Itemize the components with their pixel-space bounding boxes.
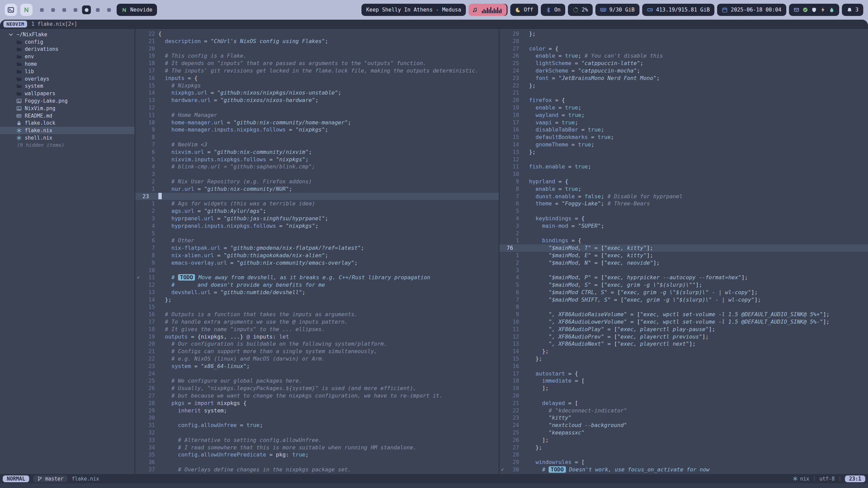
code-line[interactable]: 7 "$mainMod SHIFT, S" = ["exec, grim -g … [499, 296, 868, 304]
tab-flake-nix[interactable]: 1 flake.nix[2+] [31, 21, 77, 27]
code-line[interactable]: 28 [499, 38, 868, 45]
drop-tray-icon[interactable] [829, 7, 834, 13]
code-line[interactable]: 23 system = "x86_64-linux"; [135, 363, 499, 370]
tree-item-flake.nix[interactable]: flake.nix [0, 127, 135, 134]
code-line[interactable]: 18 wayland = true; [499, 111, 868, 119]
code-line[interactable]: 9 emacs-overlay.url = "github:nix-commun… [135, 259, 499, 267]
bluetooth-module[interactable]: On [541, 4, 566, 16]
tree-item-NixVim.png[interactable]: NixVim.png [0, 105, 135, 112]
tree-item-system[interactable]: system [0, 83, 135, 90]
code-line[interactable]: 12 # and doesn't provide any benefits fo… [135, 281, 499, 289]
code-line[interactable]: 13 devshell.url = "github:numtide/devshe… [135, 289, 499, 296]
code-line[interactable]: 28 [499, 451, 868, 459]
code-line[interactable]: 15 }; [499, 355, 868, 363]
code-line[interactable]: 22 # e.g. NixOS (linux) and MacOS (darwi… [135, 355, 499, 363]
code-line[interactable]: 19 ]; [499, 385, 868, 392]
shield-tray-icon[interactable] [811, 7, 817, 13]
code-line[interactable]: 22{ [135, 30, 499, 38]
code-line[interactable]: 24 "nextcloud --background" [499, 422, 868, 429]
code-line[interactable]: 23 "kitty" [499, 414, 868, 422]
code-line[interactable]: 25 lightScheme = "catppuccin-latte"; [499, 60, 868, 67]
cpu-module[interactable]: 2% [568, 4, 593, 16]
code-line[interactable]: 76 "$mainMod, T" = ["exec, kitty"]; [499, 244, 868, 252]
disk-module[interactable]: 413.19/915.81 GiB [642, 4, 715, 16]
tree-item-wallpapers[interactable]: wallpapers [0, 90, 135, 97]
code-line[interactable]: 19 enable = true; [499, 104, 868, 111]
code-line[interactable]: 33 # Alternative to setting config.allow… [135, 436, 499, 444]
code-line[interactable]: 11 fish.enable = true; [499, 163, 868, 170]
code-line[interactable]: 8 [135, 134, 499, 141]
code-line[interactable]: 7 # NeoVim <3 [135, 141, 499, 148]
code-line[interactable]: 17 # The inputs' git revisions get locke… [135, 67, 499, 75]
tree-item-env[interactable]: env [0, 53, 135, 60]
workspace-2[interactable] [48, 5, 57, 14]
code-line[interactable]: 5 "$mainMod, S" = ["exec, grim -g \"$(sl… [499, 281, 868, 289]
code-line[interactable]: 6 "$mainMod CTRL, S" = ["exec, grim -g \… [499, 289, 868, 296]
code-line[interactable]: 26 enable = true; # You can't disable th… [499, 52, 868, 60]
code-line[interactable]: 8 nix-alien.url = "github:thiagokokada/n… [135, 252, 499, 259]
code-line[interactable]: 24 darkScheme = "catppuccin-mocha"; [499, 67, 868, 75]
code-line[interactable]: 27 }; [499, 444, 868, 451]
code-line[interactable]: 36 [135, 459, 499, 466]
workspace-3[interactable] [60, 5, 68, 14]
media-title-chip[interactable]: Keep Shelly In Athens - Medusa [361, 4, 466, 16]
code-line[interactable]: 5 [135, 230, 499, 237]
code-line[interactable]: 2 [499, 230, 868, 237]
code-line[interactable]: 7 nix-flatpak.url = "github:gmodena/nix-… [135, 244, 499, 252]
code-line[interactable]: 13 ", XF86AudioNext" = ["exec, playerctl… [499, 340, 868, 348]
code-line[interactable]: 25 "keepassxc" [499, 429, 868, 436]
code-line[interactable]: 1 bindings = { [499, 237, 868, 244]
code-line[interactable]: 22 }; [499, 82, 868, 89]
code-line[interactable]: 23 [135, 193, 499, 200]
tree-item-lib[interactable]: lib [0, 68, 135, 75]
code-line[interactable]: 2 ags.url = "github:Aylur/ags"; [135, 207, 499, 215]
code-line[interactable]: 16 disableTabBar = true; [499, 126, 868, 134]
code-line[interactable]: 4 keybindings = { [499, 215, 868, 222]
code-line[interactable]: 15 defaultBookmarks = true; [499, 134, 868, 141]
code-line[interactable]: 20 # Our configuration is buildable on t… [135, 340, 499, 348]
code-line[interactable]: 28 pkgs = import nixpkgs { [135, 400, 499, 407]
code-line[interactable]: 15 # Nixpkgs [135, 82, 499, 89]
code-line[interactable]: 2 # Nix User Repository (e.g. Firefox ad… [135, 178, 499, 185]
code-line[interactable]: 14 gnomeTheme = true; [499, 141, 868, 148]
code-line[interactable]: 10 [499, 170, 868, 178]
code-line[interactable]: 4 "$mainMod, P" = ["exec, hyprpicker --a… [499, 274, 868, 281]
bolt-tray-icon[interactable] [820, 7, 826, 13]
code-line[interactable]: 6 theme = "Foggy-Lake"; # Three-Bears [499, 200, 868, 207]
editor-pane-right[interactable]: 29 };2827 color = {26 enable = true; # Y… [499, 29, 868, 474]
code-line[interactable]: 14 }; [135, 296, 499, 304]
code-line[interactable]: 19 outputs = {nixpkgs, ...} @ inputs: le… [135, 333, 499, 341]
tree-item-Foggy-Lake.png[interactable]: Foggy-Lake.png [0, 97, 135, 105]
code-line[interactable]: 21 delayed = [ [499, 400, 868, 407]
code-line[interactable]: 18 immediate = [ [499, 377, 868, 385]
tree-item-README.md[interactable]: README.md [0, 112, 135, 120]
code-line[interactable]: 10 ", XF86AudioLowerVolume" = ["exec, wp… [499, 318, 868, 326]
code-line[interactable]: 17 # To handle extra arguments we use th… [135, 318, 499, 326]
code-line[interactable]: 26 ]; [499, 436, 868, 444]
code-line[interactable]: 23 font = "JetBrainsMono Nerd Font Mono"… [499, 75, 868, 82]
code-line[interactable]: 35 config.allowUnfreePredicate = pkg: tr… [135, 451, 499, 459]
code-line[interactable]: 21 description = "ChUrl's NixOS config u… [135, 38, 499, 45]
code-line[interactable]: 14 nixpkgs.url = "github:nixos/nixpkgs/n… [135, 89, 499, 97]
code-line[interactable]: 7 dunst.enable = false; # Disable for hy… [499, 193, 868, 200]
code-line[interactable]: 11 # Home Manager [135, 111, 499, 119]
code-line[interactable]: ✓30 # TODO Doesn't work, use focus_on_ac… [499, 466, 868, 473]
code-line[interactable]: 24 [135, 370, 499, 378]
code-line[interactable]: 29 }; [499, 30, 868, 38]
code-line[interactable]: 5 [499, 207, 868, 215]
code-line[interactable]: 14 }; [499, 348, 868, 355]
code-line[interactable]: 4 # blink-cmp.url = "github:saghen/blink… [135, 163, 499, 170]
code-line[interactable]: 3 main-mod = "SUPER"; [499, 222, 868, 230]
code-line[interactable]: 1 "$mainMod, E" = ["exec, kitty"]; [499, 252, 868, 259]
memory-module[interactable]: 9/30 GiB [595, 4, 639, 16]
git-branch-segment[interactable]: master [33, 475, 67, 482]
code-line[interactable]: 32 [135, 429, 499, 436]
workspace-4[interactable] [71, 5, 80, 14]
code-line[interactable]: 26 # Usually, "nixpkgs.legacyPackages.${… [135, 385, 499, 392]
code-line[interactable]: 19 # This config is a Flake. [135, 52, 499, 60]
code-line[interactable]: 3 hyprpanel.url = "github:jas-singhfsu/h… [135, 215, 499, 222]
code-line[interactable]: 37 # Overlays define changes in the nixp… [135, 466, 499, 473]
code-line[interactable]: 6 nixvim.url = "github:nix-community/nix… [135, 148, 499, 156]
active-app-chip[interactable]: Neovide [117, 4, 157, 16]
code-line[interactable]: 10 home-manager.url = "github:nix-commun… [135, 119, 499, 126]
